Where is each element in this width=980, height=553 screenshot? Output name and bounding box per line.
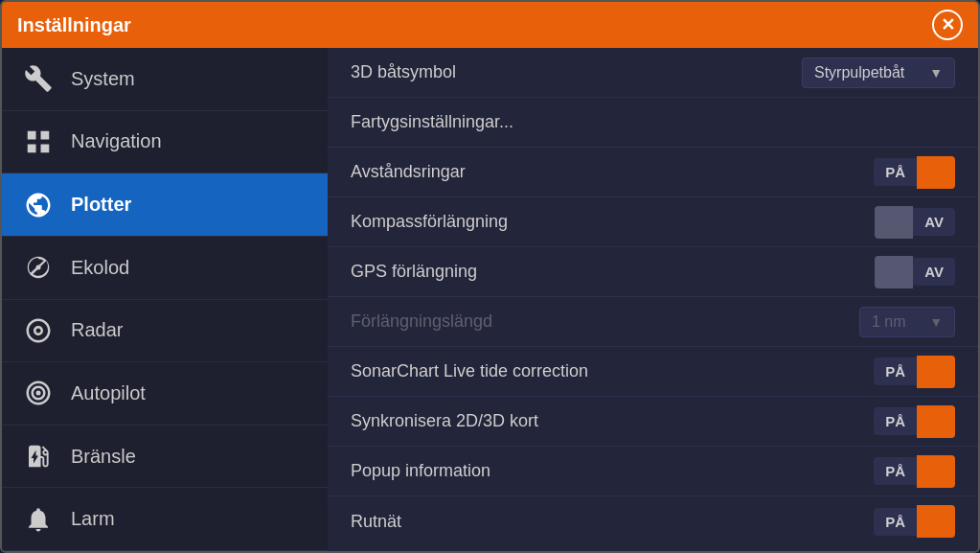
sidebar-label-plotter: Plotter <box>71 194 131 216</box>
toggle-on-label3: PÅ <box>874 407 917 435</box>
boat-symbol-control[interactable]: Styrpulpetbåt ▼ <box>802 58 955 88</box>
distance-rings-label: Avståndsringar <box>351 162 874 182</box>
sync-2d3d-toggle[interactable]: PÅ <box>874 405 955 438</box>
gps-extension-toggle[interactable]: AV <box>875 256 955 288</box>
extension-length-control: 1 nm ▼ <box>859 307 955 337</box>
setting-sync-2d3d: Synkronisera 2D/3D kort PÅ <box>328 397 978 447</box>
sidebar-item-autopilot[interactable]: Autopilot <box>2 362 328 426</box>
radar-icon <box>21 313 56 348</box>
toggle-on-square <box>917 156 955 189</box>
sidebar: System Navigation Plotter <box>2 48 328 551</box>
sidebar-label-navigation: Navigation <box>71 130 162 152</box>
sidebar-label-bransle: Bränsle <box>71 446 136 468</box>
grid-icon <box>21 125 56 159</box>
boat-symbol-value: Styrpulpetbåt <box>814 64 904 81</box>
compass-extension-label: Kompassförlängning <box>351 212 875 232</box>
sync-2d3d-label: Synkronisera 2D/3D kort <box>351 411 874 431</box>
sidebar-label-autopilot: Autopilot <box>71 382 146 404</box>
globe-icon <box>21 188 56 222</box>
setting-gps-extension: GPS förlängning AV <box>328 247 978 297</box>
toggle-on-square3 <box>917 405 955 438</box>
settings-content: 3D båtsymbol Styrpulpetbåt ▼ Fartygsinst… <box>328 48 978 551</box>
sonarchart-tide-label: SonarChart Live tide correction <box>351 361 874 381</box>
distance-rings-control[interactable]: PÅ <box>874 156 955 189</box>
popup-info-label: Popup information <box>351 461 874 481</box>
compass-extension-toggle[interactable]: AV <box>875 206 955 239</box>
toggle-off-label2: AV <box>913 258 955 286</box>
gps-extension-label: GPS förlängning <box>351 262 875 282</box>
content-area: System Navigation Plotter <box>2 48 978 551</box>
setting-distance-rings: Avståndsringar PÅ <box>328 148 978 197</box>
boat-symbol-label: 3D båtsymbol <box>351 62 802 82</box>
toggle-on-square4 <box>917 455 955 488</box>
settings-window: Inställningar ✕ System <box>0 0 980 553</box>
extension-length-label: Förlängningslängd <box>351 311 859 332</box>
wrench-icon <box>21 61 56 96</box>
sidebar-item-bransle[interactable]: Bränsle <box>2 426 328 489</box>
fuel-icon <box>21 439 56 473</box>
toggle-on-label4: PÅ <box>874 457 917 485</box>
title-bar: Inställningar ✕ <box>2 2 978 48</box>
toggle-on-square5 <box>917 505 955 538</box>
svg-point-1 <box>36 391 41 396</box>
close-button[interactable]: ✕ <box>932 10 963 40</box>
setting-popup-info: Popup information PÅ <box>328 447 978 496</box>
sidebar-label-radar: Radar <box>71 319 123 341</box>
grid-label: Rutnät <box>351 512 874 532</box>
setting-sonarchart-tide: SonarChart Live tide correction PÅ <box>328 347 978 397</box>
toggle-off-square <box>875 206 913 239</box>
popup-info-toggle[interactable]: PÅ <box>874 455 955 488</box>
sidebar-item-larm[interactable]: Larm <box>2 488 328 551</box>
setting-extension-length: Förlängningslängd 1 nm ▼ <box>328 297 978 347</box>
chevron-down-icon2: ▼ <box>929 314 943 330</box>
chevron-down-icon: ▼ <box>929 65 943 81</box>
toggle-on-label5: PÅ <box>874 508 917 536</box>
sonarchart-tide-toggle[interactable]: PÅ <box>874 356 955 388</box>
sidebar-label-ekolod: Ekolod <box>71 257 129 279</box>
distance-rings-toggle[interactable]: PÅ <box>874 156 955 189</box>
gps-extension-control[interactable]: AV <box>875 256 955 288</box>
grid-control[interactable]: PÅ <box>874 505 955 538</box>
sidebar-item-radar[interactable]: Radar <box>2 300 328 363</box>
sidebar-item-navigation[interactable]: Navigation <box>2 111 328 174</box>
setting-grid: Rutnät PÅ <box>328 496 978 546</box>
vessel-settings-label: Fartygsinställningar... <box>351 112 955 132</box>
toggle-on-label: PÅ <box>874 158 917 186</box>
nm-dropdown: 1 nm ▼ <box>859 307 955 337</box>
toggle-on-square2 <box>917 356 955 388</box>
boat-symbol-dropdown[interactable]: Styrpulpetbåt ▼ <box>802 58 955 88</box>
toggle-off-label: AV <box>913 208 955 236</box>
sidebar-item-system[interactable]: System <box>2 48 328 111</box>
sync-2d3d-control[interactable]: PÅ <box>874 405 955 438</box>
autopilot-icon <box>21 376 56 410</box>
svg-point-0 <box>36 265 41 270</box>
sidebar-item-plotter[interactable]: Plotter <box>2 173 328 237</box>
alarm-icon <box>21 502 56 537</box>
sidebar-label-system: System <box>71 68 135 90</box>
window-title: Inställningar <box>17 14 131 36</box>
grid-toggle[interactable]: PÅ <box>874 505 955 538</box>
sidebar-label-larm: Larm <box>71 508 115 530</box>
setting-vessel-settings[interactable]: Fartygsinställningar... <box>328 98 978 148</box>
sonarchart-tide-control[interactable]: PÅ <box>874 356 955 388</box>
setting-compass-extension: Kompassförlängning AV <box>328 197 978 247</box>
popup-info-control[interactable]: PÅ <box>874 455 955 488</box>
nm-value: 1 nm <box>872 313 906 331</box>
sidebar-item-ekolod[interactable]: Ekolod <box>2 237 328 300</box>
compass-extension-control[interactable]: AV <box>875 206 955 239</box>
setting-boat-symbol: 3D båtsymbol Styrpulpetbåt ▼ <box>328 48 978 98</box>
toggle-on-label2: PÅ <box>874 357 917 385</box>
toggle-off-square2 <box>875 256 913 288</box>
sonar-icon <box>21 250 56 285</box>
